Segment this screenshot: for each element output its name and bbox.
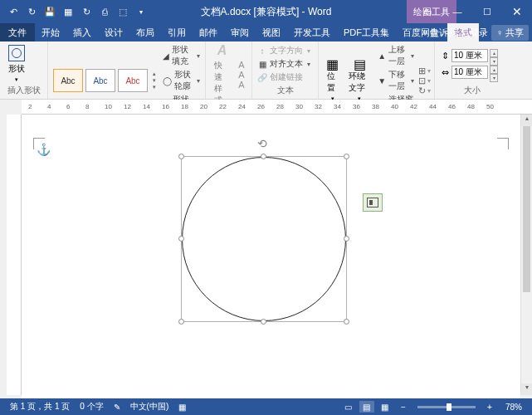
create-link-button[interactable]: 🔗创建链接 (257, 71, 310, 84)
tab-view[interactable]: 视图 (256, 23, 287, 42)
height-icon: ⇕ (440, 51, 450, 61)
wrap-text-button[interactable]: ▤ 环绕文字▾ (345, 59, 374, 102)
zoom-level[interactable]: 78% (500, 403, 527, 412)
qat-btn[interactable]: ↻ (78, 3, 95, 20)
shape-outline-button[interactable]: ◯形状轮廓 (163, 68, 200, 93)
shape-style-1[interactable]: Abc (53, 69, 83, 92)
document-area[interactable]: ⚓ ⟲ (22, 115, 520, 398)
scroll-up[interactable]: ▴ (521, 115, 532, 126)
share-button[interactable]: ♀ 共享 (491, 25, 529, 41)
text-direction-button[interactable]: ↕文字方向 (257, 44, 310, 57)
group-insert-shape: 插入形状 (5, 85, 42, 97)
undo-button[interactable]: ↶ (5, 3, 22, 20)
minimize-button[interactable]: — (442, 0, 472, 23)
scroll-down[interactable]: ▾ (521, 383, 532, 395)
vertical-ruler[interactable] (7, 115, 22, 395)
zoom-slider[interactable] (417, 406, 476, 408)
tab-design[interactable]: 设计 (98, 23, 129, 42)
scroll-thumb[interactable] (523, 126, 530, 292)
width-down[interactable]: ▾ (490, 74, 498, 82)
tab-home[interactable]: 开始 (35, 23, 66, 42)
close-button[interactable]: ✕ (502, 0, 532, 23)
bring-forward-button[interactable]: ▲上移一层 (378, 43, 414, 68)
group-size: 大小 (440, 85, 505, 97)
rotate-handle[interactable]: ⟲ (257, 137, 271, 150)
qat-btn[interactable]: ⎙ (96, 3, 113, 20)
status-macro-icon[interactable]: ▦ (173, 403, 191, 412)
shapes-button[interactable]: 形状 ▾ (5, 45, 28, 83)
tab-insert[interactable]: 插入 (66, 23, 98, 42)
status-proofing-icon[interactable]: ✎ (109, 403, 125, 412)
layout-options-button[interactable] (363, 193, 383, 212)
shape-width-input[interactable]: 10 厘米 (451, 66, 488, 79)
page: ⚓ ⟲ (25, 123, 517, 398)
signin-link[interactable]: 登录 (470, 27, 488, 39)
group-text: 文本 (257, 85, 313, 97)
width-up[interactable]: ▴ (490, 66, 498, 74)
resize-handle[interactable] (261, 154, 266, 159)
tab-layout[interactable]: 布局 (129, 23, 161, 42)
text-effects-icon: A (237, 80, 246, 90)
shape-fill-button[interactable]: ◢形状填充 (163, 43, 200, 68)
view-web-layout[interactable]: ▦ (378, 401, 393, 413)
horizontal-ruler[interactable]: 2468101214161820222426283032343638404244… (22, 100, 532, 115)
align-text-button[interactable]: ▦对齐文本 (257, 57, 310, 71)
status-words[interactable]: 0 个字 (75, 401, 108, 413)
tab-developer[interactable]: 开发工具 (287, 23, 337, 42)
gallery-up[interactable]: ▴ (153, 71, 156, 77)
redo-button[interactable]: ↻ (23, 3, 40, 20)
tab-review[interactable]: 审阅 (224, 23, 256, 42)
resize-handle[interactable] (344, 154, 349, 159)
position-button[interactable]: ▦ 位置▾ (324, 59, 342, 102)
zoom-out[interactable]: − (396, 401, 411, 413)
send-backward-button[interactable]: ▼下移一层 (378, 68, 414, 93)
resize-handle[interactable] (344, 236, 349, 242)
shape-style-2[interactable]: Abc (85, 69, 115, 92)
gallery-down[interactable]: ▾ (153, 77, 156, 84)
window-title: 文档A.docx [兼容模式] - Word (201, 5, 332, 19)
view-read-mode[interactable]: ▭ (341, 401, 356, 413)
margin-corner (497, 138, 509, 149)
resize-handle[interactable] (344, 319, 349, 325)
resize-handle[interactable] (178, 154, 184, 159)
maximize-button[interactable]: ☐ (472, 0, 502, 23)
shape-style-3[interactable]: Abc (118, 69, 148, 92)
gallery-more[interactable]: ▾ (153, 84, 156, 90)
tab-pdf[interactable]: PDF工具集 (337, 23, 396, 42)
text-outline-icon: A (237, 70, 246, 80)
wordart-styles-button[interactable]: A 快速样式 (211, 43, 233, 106)
status-language[interactable]: 中文(中国) (125, 401, 174, 413)
anchor-icon: ⚓ (37, 143, 51, 156)
tab-file[interactable]: 文件 (0, 23, 35, 42)
circle-shape[interactable] (182, 157, 346, 321)
tab-mailings[interactable]: 邮件 (193, 23, 224, 42)
vertical-scrollbar[interactable]: ▴ ▾ (520, 115, 532, 395)
shapes-icon (8, 45, 25, 61)
qat-btn[interactable]: ▦ (60, 3, 76, 20)
group-button[interactable]: ⊡ (419, 76, 429, 85)
resize-handle[interactable] (261, 319, 266, 325)
rotate-button[interactable]: ↻ (419, 85, 429, 95)
height-down[interactable]: ▾ (490, 57, 498, 66)
zoom-in[interactable]: + (482, 401, 497, 413)
tab-references[interactable]: 引用 (161, 23, 193, 42)
qat-more[interactable]: ▾ (133, 3, 149, 20)
text-fill-icon: A (237, 60, 246, 70)
ribbon-display-button[interactable]: ▭ (412, 0, 442, 23)
width-icon: ⇔ (440, 67, 450, 77)
resize-handle[interactable] (178, 236, 184, 242)
shape-height-input[interactable]: 10 厘米 (451, 49, 488, 62)
save-button[interactable]: 💾 (41, 3, 58, 20)
height-up[interactable]: ▴ (490, 49, 498, 57)
qat-btn[interactable]: ⬚ (115, 3, 131, 20)
tell-me[interactable]: 告诉我… (422, 27, 466, 39)
resize-handle[interactable] (178, 319, 184, 325)
align-button[interactable]: ⊞ (419, 66, 429, 76)
view-print-layout[interactable]: ▤ (359, 401, 374, 413)
status-page[interactable]: 第 1 页，共 1 页 (5, 401, 75, 413)
selected-shape[interactable]: ⟲ (181, 156, 347, 322)
